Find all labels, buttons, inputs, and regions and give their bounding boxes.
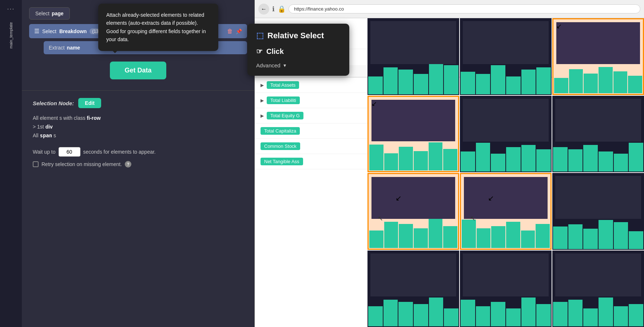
node-line2: > 1st div bbox=[33, 123, 243, 131]
browser-bar: ← ℹ 🔒 https://finance.yahoo.co bbox=[255, 0, 644, 18]
list-icon: ☰ bbox=[34, 28, 39, 35]
wait-prefix: Wait up to bbox=[33, 149, 56, 155]
trash-icon[interactable]: 🗑 bbox=[227, 28, 233, 35]
tooltip-popup: Attach already-selected elements to rela… bbox=[98, 4, 218, 51]
bottom-section: Selection Node: Edit All element s with … bbox=[22, 91, 254, 327]
sidebar-menu-icon[interactable]: ... bbox=[7, 4, 15, 11]
relative-select-icon: ⬚ bbox=[256, 31, 264, 40]
page-value: page bbox=[52, 11, 64, 16]
expand-icon[interactable]: ▶ bbox=[261, 98, 264, 103]
advanced-row[interactable]: Advanced ▼ bbox=[256, 62, 341, 68]
retry-row: Retry selection on missing element. ? bbox=[33, 161, 243, 168]
retry-label: Retry selection on missing element. bbox=[41, 161, 122, 167]
sidebar: ... main_template bbox=[0, 0, 22, 327]
wait-suffix: seconds for elements to appear. bbox=[83, 149, 156, 155]
row-label[interactable]: Total Equity G bbox=[267, 112, 303, 119]
expand-icon[interactable]: ▶ bbox=[261, 113, 264, 118]
wait-input[interactable] bbox=[59, 147, 80, 157]
wait-row: Wait up to seconds for elements to appea… bbox=[33, 147, 243, 157]
breakdown-select-label: Select bbox=[42, 28, 56, 34]
row-label[interactable]: Common Stock bbox=[261, 142, 300, 150]
click-label: Click bbox=[266, 47, 284, 56]
relative-select-label: Relative Select bbox=[267, 31, 324, 40]
edit-button[interactable]: Edit bbox=[78, 98, 101, 108]
breakdown-value: Breakdown bbox=[59, 28, 87, 34]
lock-icon: 🔒 bbox=[278, 5, 286, 13]
relative-select-popup: ⬚ Relative Select ☞ Click Advanced ▼ bbox=[247, 24, 349, 76]
row-label[interactable]: Total Capitaliza bbox=[261, 127, 300, 135]
select-label: Select bbox=[35, 11, 49, 16]
get-data-button[interactable]: Get Data bbox=[110, 62, 166, 79]
selection-node-label: Selection Node: bbox=[33, 100, 74, 106]
grid-overlay: ↙ ↙ bbox=[367, 18, 644, 327]
pin-icon[interactable]: 📌 bbox=[236, 28, 242, 34]
grid-cell-9 bbox=[552, 173, 644, 250]
node-line3: All span s bbox=[33, 131, 243, 140]
row-label[interactable]: Net Tangible Ass bbox=[261, 158, 303, 165]
grid-cell-7: ↙ ↖ bbox=[367, 173, 459, 250]
relative-select-title: ⬚ Relative Select bbox=[256, 31, 341, 40]
tooltip-text: Attach already-selected elements to rela… bbox=[106, 12, 206, 42]
grid-cell-4: ↙ bbox=[367, 96, 459, 173]
expand-icon[interactable]: ▶ bbox=[261, 83, 264, 88]
name-value: name bbox=[67, 45, 80, 51]
url-bar[interactable]: https://finance.yahoo.co bbox=[289, 4, 640, 13]
select-page-box[interactable]: Select page bbox=[29, 7, 70, 20]
left-panel: Select page ☰ Select Breakdown (13) ☰ 🗑 … bbox=[22, 0, 255, 327]
retry-checkbox[interactable] bbox=[33, 161, 39, 167]
grid-cell-1 bbox=[367, 18, 459, 95]
advanced-label: Advanced bbox=[256, 62, 281, 68]
hand-icon: ☞ bbox=[256, 47, 263, 56]
selection-node-row: Selection Node: Edit bbox=[33, 98, 243, 108]
extract-label: Extract bbox=[49, 45, 65, 51]
grid-cell-12 bbox=[552, 251, 644, 327]
grid-cell-10 bbox=[367, 251, 459, 327]
info-icon: ℹ bbox=[272, 5, 275, 13]
node-line1: All element s with class fi-row bbox=[33, 114, 243, 123]
grid-cell-11 bbox=[460, 251, 552, 327]
grid-cell-2 bbox=[460, 18, 552, 95]
back-button[interactable]: ← bbox=[258, 4, 269, 15]
grid-cell-5 bbox=[460, 96, 552, 173]
click-row[interactable]: ☞ Click bbox=[256, 46, 341, 57]
advanced-arrow-icon: ▼ bbox=[283, 63, 287, 68]
help-icon[interactable]: ? bbox=[125, 161, 131, 168]
sidebar-template-label: main_template bbox=[9, 22, 13, 48]
row-label[interactable]: Total Liabiliti bbox=[267, 96, 300, 104]
grid-cell-6 bbox=[552, 96, 644, 173]
grid-cell-8: ↙ ↖ bbox=[460, 173, 552, 250]
grid-cell-3: ↙ bbox=[552, 18, 644, 95]
row-label[interactable]: Total Assets bbox=[267, 81, 299, 89]
node-description: All element s with class fi-row > 1st di… bbox=[33, 114, 243, 140]
